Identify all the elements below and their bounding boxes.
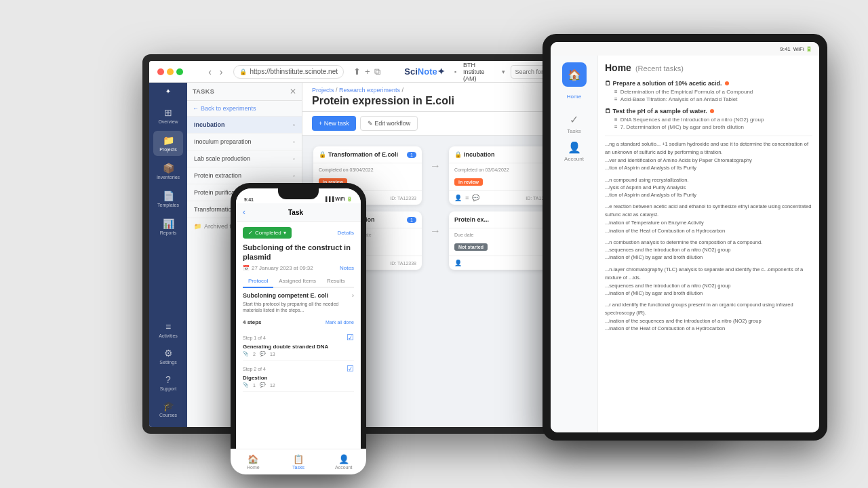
tabs-icon[interactable]: ⧉ [374,66,380,77]
phone-header-title: Task [288,209,303,216]
research-breadcrumb[interactable]: Research experiments [339,87,400,94]
phone-nav-tasks-icon: 📋 [293,454,304,464]
phone-back-button[interactable]: ‹ [243,207,245,217]
templates-label: Templates [157,203,179,207]
tablet-subitem: ≡ DNA Sequences and the Introduction of … [614,117,812,123]
tablet-home-icon[interactable]: 🏠 [562,62,587,87]
tablet-subitem: ≡ Determination of the Empirical Formula… [614,89,812,95]
phone-protocol-row: Subcloning competent E. coli Start this … [243,292,354,317]
tablet-task-group-1: 🗒 Prepare a solution of 10% acetic acid.… [605,80,812,102]
phone-step-1: Step 1 of 4 ☑ Generating double stranded… [243,329,354,361]
projects-breadcrumb[interactable]: Projects [312,87,334,94]
details-link[interactable]: Details [338,230,354,236]
step-meta-1: 📎 2 💬 13 [243,351,354,357]
phone-nav-tasks[interactable]: 📋 Tasks [276,449,321,469]
minimize-window-dot[interactable] [167,68,174,75]
edit-workflow-button[interactable]: ✎ Edit workflow [360,116,418,131]
sidebar-item-projects[interactable]: 📁 Projects [153,131,183,156]
task-item-chevron-icon: › [293,122,295,128]
tablet-status-bar: 9:41 WiFi 🔋 [551,42,819,56]
sidebar-item-support[interactable]: ? Support [153,370,183,395]
page-container: ‹ › 🔒 https://bthinstitute.scinote.net ⬆… [0,0,868,488]
phone-nav-home[interactable]: 🏠 Home [236,449,276,469]
task-list-item-protein-extraction[interactable]: Protein extraction › [187,167,302,184]
completed-button[interactable]: ✓ Completed ▾ [243,227,292,239]
check-icon: ✓ [248,230,253,236]
task-badge: 1 [407,152,416,158]
tablet-account-label: Account [564,156,584,162]
new-tab-icon[interactable]: + [365,66,370,77]
institute-dropdown-icon[interactable]: ▾ [502,68,505,75]
sidebar-item-templates[interactable]: 📄 Templates [153,186,183,211]
projects-icon: 📁 [163,135,174,146]
tablet-task-title-1: 🗒 Prepare a solution of 10% acetic acid. [605,80,722,87]
footer-icons: 👤 [454,260,462,266]
tablet-title: Home [605,62,631,73]
task-date: Due date [454,232,552,237]
settings-icon: ⚙ [164,348,173,359]
phone-protocol-info: Subcloning competent E. coli Start this … [243,292,352,317]
phone-tab-results[interactable]: Results [321,275,351,287]
tablet-task-text-14: ...sequences and the introduction of a n… [605,282,812,289]
support-label: Support [160,386,177,391]
sidebar-item-reports[interactable]: 📊 Reports [153,214,183,239]
back-to-experiments-link[interactable]: ← Back to experiments [187,101,302,117]
task-card-body: Completed on 03/04/2022 in review [449,163,557,190]
tasks-panel-title: TASKS [193,88,214,95]
status-dot-1 [725,81,729,85]
back-button[interactable]: ‹ [205,65,214,79]
back-arrow-icon: ← [193,105,199,112]
tablet-subtitle: (Recent tasks) [635,64,684,73]
lock-icon: 🔒 [454,151,462,158]
mark-all-done-link[interactable]: Mark all done [326,320,354,325]
sidebar-item-overview[interactable]: ⊞ Overview [153,103,183,128]
sidebar-item-inventories[interactable]: 📦 Inventories [153,159,183,184]
tasks-panel-close-icon[interactable]: ✕ [290,87,296,96]
expand-icon[interactable]: › [352,292,354,299]
url-bar[interactable]: 🔒 https://bthinstitute.scinote.net [233,65,344,79]
phone-nav-account-label: Account [335,465,352,469]
tasks-panel-header: TASKS ✕ [187,83,302,101]
sidebar-item-activities[interactable]: ≡ Activities [153,317,183,342]
sidebar-item-courses[interactable]: 🎓 Courses [153,396,183,422]
list-icon: ≡ [614,96,618,102]
task-card-incubation: 🔒 Incubation 1 Completed on 03/04 [449,146,557,205]
fullscreen-window-dot[interactable] [176,68,183,75]
share-icon[interactable]: ⬆ [353,66,361,77]
phone-header: ‹ Task [236,203,361,222]
notes-link[interactable]: Notes [340,265,354,271]
tablet-task-text-16: ...r and identify the functional groups … [605,301,812,317]
courses-icon: 🎓 [163,401,174,411]
sidebar-item-settings[interactable]: ⚙ Settings [153,344,183,369]
task-list-item-incubation[interactable]: Incubation › [187,117,302,134]
forward-button[interactable]: › [217,65,226,79]
tablet-screen: 9:41 WiFi 🔋 🏠 Home ✓ Tasks 👤 Account [551,42,819,432]
tablet-tasks-nav[interactable]: ✓ Tasks [567,113,580,134]
institute-label: BTH Institute (AM) [463,62,496,82]
step-checkbox-2[interactable]: ☑ [347,364,354,373]
phone-tab-assigned-items[interactable]: Assigned Items [273,275,321,287]
task-list-item-lab-scale[interactable]: Lab scale production › [187,150,302,167]
phone-task-title: Subcloning of the construct in plasmid [243,243,354,262]
step-header-2: Step 2 of 4 ☑ [243,364,354,373]
tablet-task-text-9: ...ination of the Heat of Combustion of … [605,227,812,235]
task-card-header: 🔒 Transformation of E.coli 1 [313,146,422,163]
phone-steps-header: 4 steps Mark all done [243,319,354,325]
list-icon: ≡ [614,117,618,123]
phone-device: 9:41 ▐▐▐ WiFi 🔋 ‹ Task ✓ Completed ▾ Det… [231,183,366,474]
step-checkbox-1[interactable]: ☑ [347,333,354,342]
phone-tab-protocol[interactable]: Protocol [243,275,273,288]
new-task-button[interactable]: + New task [312,116,356,131]
tablet-account-nav[interactable]: 👤 Account [564,141,584,162]
tablet-tasks-icon: ✓ [570,113,578,126]
tablet-long-task-text: ...ng a standard solutio... +1 sodium hy… [605,136,812,157]
step-number-2: Step 2 of 4 [243,367,266,371]
tablet-home-label: Home [567,94,581,100]
phone-nav-account[interactable]: 👤 Account [321,449,361,469]
tablet-task-text-4: ...n compound using recrystallization. [605,176,812,184]
close-window-dot[interactable] [157,68,164,75]
task-list-item-inoculum[interactable]: Inoculum preparation › [187,134,302,150]
task-card-header: 🔒 Incubation 1 [449,146,557,163]
attach-count-1: 2 [253,352,256,357]
workflow-connector-2: → [427,225,443,237]
